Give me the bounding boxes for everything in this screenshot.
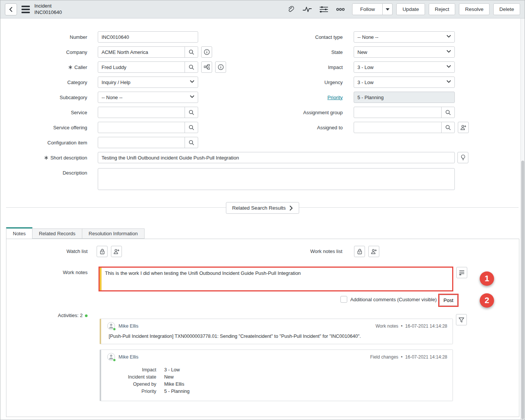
tab-related-records[interactable]: Related Records — [32, 228, 82, 239]
service-offering-input[interactable] — [98, 122, 185, 133]
person-plus-icon — [113, 248, 120, 254]
configuration-item-input[interactable] — [98, 137, 185, 148]
assignment-group-label: Assignment group — [242, 110, 343, 115]
activity-filter-button[interactable] — [456, 314, 467, 325]
back-button[interactable] — [5, 3, 17, 15]
incident-form-page: Incident INC0010640 Follow — [0, 0, 525, 420]
tab-resolution-information[interactable]: Resolution Information — [82, 228, 145, 239]
impact-label: Impact — [242, 64, 343, 70]
short-description-label: Short description — [0, 155, 87, 161]
subcategory-row: Subcategory -- None -- — [0, 92, 242, 103]
required-icon — [68, 65, 72, 69]
field-change-row: Priority5 - Planning — [107, 388, 447, 395]
lightbulb-icon — [460, 154, 466, 161]
urgency-label: Urgency — [242, 80, 343, 85]
tab-notes[interactable]: Notes — [6, 227, 32, 239]
caller-row: Caller — [0, 61, 242, 73]
configuration-item-lookup-button[interactable] — [185, 137, 198, 148]
number-input[interactable] — [98, 32, 198, 42]
watch-list-lock-button[interactable] — [97, 246, 108, 257]
work-notes-list-add-button[interactable] — [368, 246, 379, 257]
header-bar: Incident INC0010640 Follow — [0, 0, 525, 18]
impact-select[interactable]: 3 - Low — [354, 62, 454, 72]
more-options-icon[interactable] — [336, 5, 345, 14]
annotation-step-1: 1 — [480, 271, 494, 286]
watch-list-add-button[interactable] — [111, 246, 122, 257]
assigned-to-row: Assigned to — [242, 122, 525, 133]
work-notes-list-lock-button[interactable] — [354, 246, 365, 257]
record-number-label: INC0010640 — [34, 9, 62, 15]
company-input[interactable] — [98, 47, 185, 57]
lock-icon — [100, 248, 105, 254]
field-change-row: Incident stateNew — [107, 373, 447, 380]
post-button[interactable]: Post — [439, 295, 457, 306]
assignment-group-input[interactable] — [354, 107, 441, 118]
assignment-group-lookup-button[interactable] — [441, 107, 454, 118]
urgency-select[interactable]: 3 - Low — [354, 77, 454, 87]
subcategory-label: Subcategory — [0, 95, 87, 100]
priority-link[interactable]: Priority — [328, 95, 343, 100]
list-lines-icon — [459, 270, 465, 275]
context-menu-icon[interactable] — [22, 6, 30, 13]
update-button[interactable]: Update — [396, 3, 425, 15]
search-icon — [189, 64, 194, 70]
company-lookup-button[interactable] — [185, 47, 198, 57]
work-notes-textarea[interactable]: This is the work I did when testing the … — [102, 268, 452, 290]
delete-button[interactable]: Delete — [493, 3, 520, 15]
caret-down-icon — [386, 8, 390, 11]
service-offering-row: Service offering — [0, 122, 242, 133]
record-title: Incident INC0010640 — [34, 3, 62, 15]
toggle-activity-display-button[interactable] — [456, 267, 467, 278]
personalize-form-icon[interactable] — [319, 5, 329, 14]
assigned-to-input[interactable] — [354, 122, 441, 133]
caller-preview-button[interactable] — [215, 61, 226, 73]
lock-icon — [357, 248, 362, 254]
search-icon — [189, 110, 194, 115]
service-offering-lookup-button[interactable] — [185, 122, 198, 133]
attachment-icon[interactable] — [286, 5, 296, 14]
description-label: Description — [0, 170, 87, 176]
service-input[interactable] — [98, 107, 185, 118]
related-search-results-button[interactable]: Related Search Results — [226, 202, 299, 214]
assigned-to-lookup-button[interactable] — [441, 122, 454, 133]
caller-related-records-button[interactable] — [201, 61, 212, 73]
category-label: Category — [0, 80, 87, 85]
company-preview-button[interactable] — [201, 46, 212, 58]
person-plus-icon — [371, 248, 377, 254]
additional-comments-checkbox[interactable] — [340, 296, 347, 303]
scrollbar-thumb[interactable] — [521, 161, 524, 419]
watch-list-label: Watch list — [6, 248, 88, 254]
field-change-value: 3 - Low — [164, 367, 180, 372]
chevron-left-icon — [9, 7, 13, 12]
subcategory-select[interactable]: -- None -- — [98, 92, 198, 103]
info-icon — [218, 64, 224, 70]
contact-type-select[interactable]: -- None -- — [354, 32, 454, 42]
configuration-item-row: Configuration item — [0, 137, 242, 148]
field-change-value: Mike Ellis — [164, 382, 184, 387]
caller-lookup-button[interactable] — [185, 62, 198, 72]
search-icon — [445, 110, 451, 115]
reject-button[interactable]: Reject — [429, 3, 455, 15]
field-change-row: Opened byMike Ellis — [107, 380, 447, 388]
assign-to-me-button[interactable] — [458, 122, 469, 133]
follow-button[interactable]: Follow — [352, 3, 383, 15]
activity-stream-icon[interactable] — [302, 5, 312, 14]
person-plus-icon — [460, 124, 466, 130]
short-description-input[interactable] — [98, 152, 454, 163]
service-lookup-button[interactable] — [185, 107, 198, 118]
suggestion-button[interactable] — [457, 152, 468, 163]
state-select[interactable]: New — [354, 47, 454, 57]
category-select[interactable]: Inquiry / Help — [98, 77, 198, 87]
description-textarea[interactable] — [98, 168, 455, 190]
meta-separator: • — [401, 354, 402, 360]
activity-timestamp: 16-07-2021 14:14:28 — [405, 323, 447, 329]
chevron-right-icon — [289, 205, 293, 211]
company-label: Company — [0, 49, 87, 55]
number-label: Number — [0, 34, 87, 40]
org-chart-icon — [204, 64, 210, 70]
caller-input[interactable] — [98, 62, 185, 72]
notes-panel: Watch list Work notes list Work notes Th… — [6, 239, 519, 417]
follow-dropdown-button[interactable] — [383, 3, 393, 15]
avatar — [107, 322, 115, 330]
resolve-button[interactable]: Resolve — [459, 3, 490, 15]
